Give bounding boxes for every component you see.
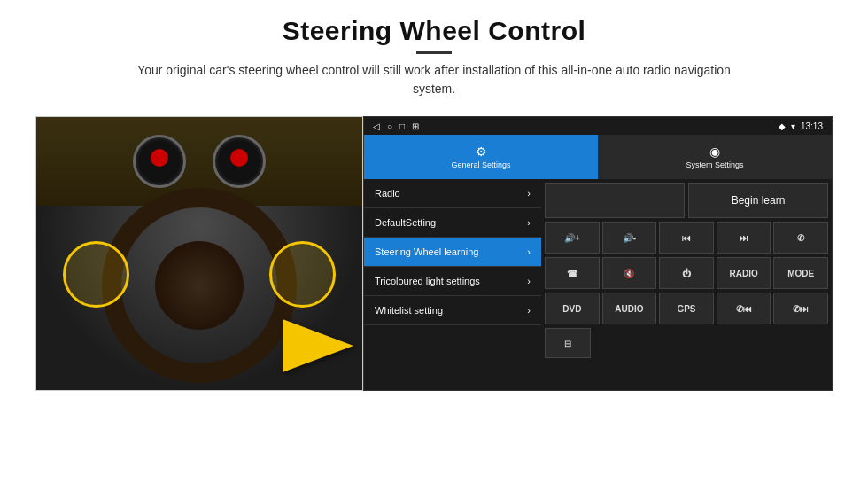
chevron-icon-2: ›: [527, 217, 531, 228]
tab-bar: ⚙ General Settings ◉ System Settings: [364, 135, 832, 179]
tab-system-label: System Settings: [686, 160, 743, 169]
begin-learn-label: Begin learn: [732, 194, 786, 207]
call-next-icon: ✆⏭: [793, 304, 809, 314]
gps-label: GPS: [677, 304, 695, 314]
direction-arrow: [283, 319, 353, 372]
menu-item-whitelist[interactable]: Whitelist setting ›: [364, 296, 541, 325]
dvd-label: DVD: [562, 304, 581, 314]
volume-down-button[interactable]: 🔊-: [602, 222, 657, 254]
vol-up-icon: 🔊+: [564, 233, 580, 243]
next-icon: ⏭: [740, 233, 748, 243]
button-grid-row3: DVD AUDIO GPS ✆⏮ ✆⏭: [545, 293, 828, 324]
call-next-button[interactable]: ✆⏭: [773, 293, 828, 324]
menu-item-defaultsetting[interactable]: DefaultSetting ›: [364, 208, 541, 238]
mode-button[interactable]: MODE: [773, 257, 828, 289]
menu-item-radio-label: Radio: [375, 188, 400, 199]
steering-wheel-center: [155, 241, 244, 330]
answer-icon: ☎: [567, 269, 577, 278]
audio-button[interactable]: AUDIO: [602, 293, 657, 324]
extra-row: ⊟: [545, 328, 828, 358]
call-prev-icon: ✆⏮: [736, 304, 752, 314]
recents-icon: □: [399, 121, 405, 131]
arrow-container: [265, 319, 353, 372]
prev-track-button[interactable]: ⏮: [659, 222, 714, 254]
answer-call-button[interactable]: ☎: [545, 257, 600, 289]
power-icon: ⏻: [682, 269, 691, 278]
menu-item-steering-label: Steering Wheel learning: [375, 246, 478, 257]
tab-general-settings[interactable]: ⚙ General Settings: [364, 135, 598, 179]
top-row: Begin learn: [545, 183, 828, 218]
menu-item-default-label: DefaultSetting: [375, 217, 436, 228]
radio-button[interactable]: RADIO: [717, 257, 771, 289]
general-settings-icon: ⚙: [476, 145, 487, 159]
prev-icon: ⏮: [682, 233, 691, 243]
mute-icon: 🔇: [624, 269, 634, 278]
gauge-indicator: [151, 149, 168, 167]
menu-item-tricoloured-label: Tricoloured light settings: [375, 276, 480, 286]
mute-button[interactable]: 🔇: [602, 257, 657, 289]
home-icon: ○: [387, 121, 392, 131]
list-icon: ⊟: [564, 339, 571, 348]
menu-item-whitelist-label: Whitelist setting: [375, 305, 443, 316]
menu-item-tricoloured[interactable]: Tricoloured light settings ›: [364, 267, 541, 296]
page-container: Steering Wheel Control Your original car…: [0, 0, 868, 500]
back-icon: ◁: [373, 121, 380, 131]
content-row: ◁ ○ □ ⊞ ◆ ▾ 13:13 ⚙ General Settings: [35, 116, 833, 391]
left-menu: Radio › DefaultSetting › Steering Wheel …: [364, 179, 541, 390]
tab-system-settings[interactable]: ◉ System Settings: [598, 135, 832, 179]
list-button[interactable]: ⊟: [545, 328, 591, 358]
signal-icon: ▾: [791, 121, 795, 131]
button-grid-row1: 🔊+ 🔊- ⏮ ⏭ ✆: [545, 222, 828, 254]
title-divider: [416, 51, 452, 54]
location-icon: ◆: [779, 121, 786, 131]
right-panel: Begin learn 🔊+ 🔊- ⏮: [541, 179, 832, 390]
chevron-icon-4: ›: [527, 276, 531, 286]
title-section: Steering Wheel Control Your original car…: [133, 16, 735, 111]
chevron-icon-3: ›: [527, 246, 531, 257]
button-grid-row2: ☎ 🔇 ⏻ RADIO MODE: [545, 257, 828, 289]
status-bar-left: ◁ ○ □ ⊞: [373, 121, 419, 131]
highlight-circle-right: [269, 241, 336, 308]
main-content: Radio › DefaultSetting › Steering Wheel …: [364, 179, 832, 390]
left-gauge: [133, 135, 186, 188]
volume-up-button[interactable]: 🔊+: [545, 222, 600, 254]
dvd-button[interactable]: DVD: [545, 293, 600, 324]
chevron-icon: ›: [527, 188, 531, 199]
system-settings-icon: ◉: [709, 145, 720, 159]
page-title: Steering Wheel Control: [133, 16, 735, 46]
menu-item-steering-wheel[interactable]: Steering Wheel learning ›: [364, 238, 541, 267]
blank-input-box: [545, 183, 685, 218]
audio-label: AUDIO: [615, 304, 643, 314]
page-subtitle: Your original car's steering wheel contr…: [133, 61, 735, 98]
next-track-button[interactable]: ⏭: [717, 222, 771, 254]
chevron-icon-5: ›: [527, 305, 531, 316]
right-gauge: [213, 135, 266, 188]
radio-label: RADIO: [729, 269, 757, 278]
power-button[interactable]: ⏻: [659, 257, 714, 289]
android-ui: ◁ ○ □ ⊞ ◆ ▾ 13:13 ⚙ General Settings: [363, 116, 833, 391]
status-bar: ◁ ○ □ ⊞ ◆ ▾ 13:13: [364, 117, 832, 135]
gps-button[interactable]: GPS: [659, 293, 714, 324]
tab-general-label: General Settings: [451, 160, 510, 169]
begin-learn-button[interactable]: Begin learn: [688, 183, 828, 218]
apps-icon: ⊞: [412, 121, 419, 131]
call-icon: ✆: [797, 233, 804, 243]
menu-item-radio[interactable]: Radio ›: [364, 179, 541, 208]
vol-down-icon: 🔊-: [623, 233, 636, 243]
steering-photo: [35, 116, 363, 391]
time-display: 13:13: [801, 121, 823, 131]
highlight-circle-left: [63, 241, 129, 308]
status-bar-right: ◆ ▾ 13:13: [779, 121, 823, 131]
gauge-indicator-2: [230, 149, 248, 167]
call-button[interactable]: ✆: [773, 222, 828, 254]
mode-label: MODE: [787, 269, 814, 278]
call-prev-button[interactable]: ✆⏮: [717, 293, 771, 324]
